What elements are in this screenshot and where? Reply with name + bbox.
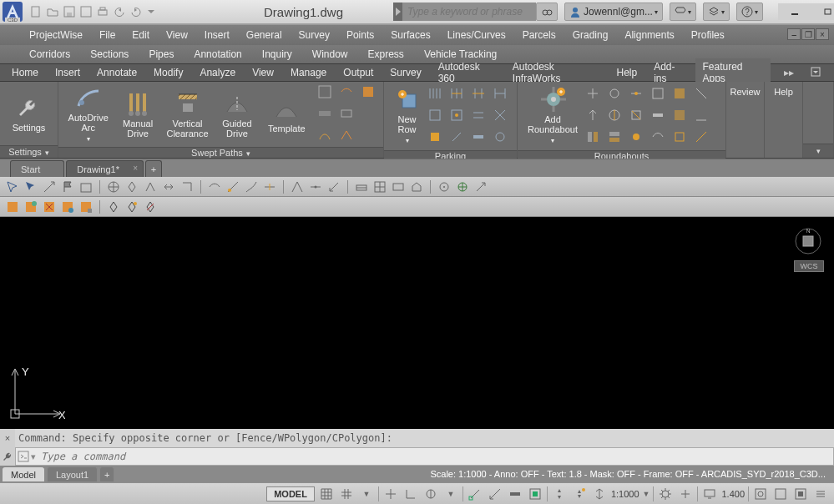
swept-tool-3-icon[interactable] (360, 83, 377, 100)
round-tool-icon[interactable] (584, 129, 601, 145)
print-icon[interactable] (97, 6, 109, 18)
tb1-9-icon[interactable] (161, 179, 176, 194)
menu-parcels[interactable]: Parcels (523, 29, 556, 41)
filetab-new-button[interactable]: + (145, 160, 162, 177)
status-annoauto-icon[interactable] (591, 486, 608, 502)
tb1-15-icon[interactable] (290, 179, 305, 194)
status-lwt-icon[interactable] (507, 486, 523, 502)
parking-tool-12-icon[interactable] (492, 129, 508, 145)
menu-profiles[interactable]: Profiles (691, 29, 725, 41)
wcs-badge[interactable]: WCS (794, 260, 824, 272)
tb1-14-icon[interactable] (262, 179, 277, 194)
menu-window[interactable]: Window (312, 48, 348, 60)
swept-tool-4-icon[interactable] (316, 105, 333, 122)
ribtab-output[interactable]: Output (336, 64, 380, 81)
round-tool-icon[interactable] (671, 107, 688, 123)
tb1-23-icon[interactable] (455, 179, 470, 194)
saveas-icon[interactable] (80, 6, 92, 18)
tb1-19-icon[interactable] (372, 179, 387, 194)
parking-tool-8-icon[interactable] (492, 107, 508, 123)
status-monitor-icon[interactable] (701, 486, 718, 502)
round-tool-icon[interactable] (584, 85, 601, 102)
signin-button[interactable]: Jowennl@gm... ▾ (564, 3, 663, 21)
view-cube[interactable]: N (794, 227, 822, 255)
redo-icon[interactable] (130, 6, 142, 18)
status-f2-icon[interactable] (772, 486, 789, 502)
round-tool-icon[interactable] (650, 107, 666, 123)
parking-tool-6-icon[interactable] (448, 107, 465, 123)
panel-swept-title[interactable]: Swept Paths (191, 148, 250, 158)
mdi-close-button[interactable]: × (816, 28, 829, 40)
round-tool-icon[interactable] (693, 107, 710, 123)
tb1-16-icon[interactable] (308, 179, 323, 194)
ribbon-collapse-icon[interactable] (804, 64, 827, 81)
ribtab-home[interactable]: Home (5, 64, 45, 81)
status-tpy-icon[interactable] (527, 486, 543, 502)
parking-tool-3-icon[interactable] (470, 85, 487, 102)
status-plus-icon[interactable] (677, 486, 694, 502)
round-tool-icon[interactable] (693, 85, 710, 102)
round-tool-icon[interactable] (628, 129, 644, 145)
exchange-button[interactable]: ▾ (670, 3, 696, 21)
tb1-pick-icon[interactable] (23, 179, 38, 194)
tb1-22-icon[interactable] (437, 179, 452, 194)
ribtab-view[interactable]: View (245, 64, 281, 81)
binoculars-button[interactable] (536, 3, 558, 21)
status-osnap-icon[interactable] (467, 486, 483, 502)
menu-surfaces[interactable]: Surfaces (391, 29, 430, 41)
round-tool-icon[interactable] (606, 107, 623, 123)
status-snap-icon[interactable] (338, 486, 355, 502)
status-annoscale-icon[interactable] (551, 486, 568, 502)
round-tool-icon[interactable] (650, 85, 666, 102)
status-model-button[interactable]: MODEL (266, 486, 315, 501)
status-dropdown-icon[interactable]: ▼ (442, 486, 459, 502)
status-gear-icon[interactable] (657, 486, 674, 502)
menu-pipes[interactable]: Pipes (149, 48, 174, 60)
filetab-close-icon[interactable]: × (133, 164, 138, 173)
tb1-20-icon[interactable] (391, 179, 406, 194)
menu-edit[interactable]: Edit (132, 29, 149, 41)
add-roundabout-button[interactable]: Add Roundabout▾ (523, 86, 583, 146)
layouttab-layout1[interactable]: Layout1 (47, 466, 98, 481)
status-otrack-icon[interactable] (487, 486, 503, 502)
ribbon-expand-icon[interactable]: ▸▸ (777, 64, 801, 81)
round-tool-icon[interactable] (584, 107, 601, 123)
tb1-7-icon[interactable] (124, 179, 139, 194)
layouttab-model[interactable]: Model (2, 466, 45, 481)
vertical-clearance-button[interactable]: Vertical Clearance (163, 84, 212, 144)
tb1-17-icon[interactable] (326, 179, 341, 194)
command-input[interactable] (38, 451, 833, 462)
tb2-7-icon[interactable] (124, 199, 139, 214)
status-ortho-icon[interactable] (382, 486, 399, 502)
parking-tool-11-icon[interactable] (470, 129, 487, 145)
ribtab-help[interactable]: Help (609, 64, 644, 81)
swept-tool-7-icon[interactable] (338, 127, 355, 144)
round-tool-icon[interactable] (628, 107, 644, 123)
swept-tool-1-icon[interactable] (316, 83, 333, 100)
search-collapse-icon[interactable] (393, 3, 402, 21)
menu-corridors[interactable]: Corridors (29, 48, 70, 60)
layouttab-add-button[interactable]: + (99, 466, 114, 481)
status-iso-icon[interactable] (422, 486, 439, 502)
parking-tool-5-icon[interactable] (427, 107, 443, 123)
settings-button[interactable]: Settings (5, 83, 53, 144)
guided-drive-button[interactable]: Guided Drive (212, 84, 261, 144)
mdi-minimize-button[interactable]: ‒ (787, 28, 801, 40)
tb1-24-icon[interactable] (473, 179, 488, 194)
status-f1-icon[interactable] (752, 486, 769, 502)
ribtab-analyze[interactable]: Analyze (193, 64, 242, 81)
tb2-5-icon[interactable] (78, 199, 94, 214)
new-icon[interactable] (30, 6, 42, 18)
menu-insert[interactable]: Insert (205, 29, 230, 41)
tb1-13-icon[interactable] (244, 179, 259, 194)
tb1-10-icon[interactable] (179, 179, 195, 194)
swept-tool-2-icon[interactable] (338, 83, 355, 100)
round-tool-icon[interactable] (693, 129, 710, 145)
ribtab-annotate[interactable]: Annotate (90, 64, 144, 81)
ribbon-help-panel[interactable]: Help (765, 82, 803, 158)
status-annovis-icon[interactable] (571, 486, 588, 502)
tb1-18-icon[interactable] (354, 179, 369, 194)
cmd-close-icon[interactable]: × (0, 429, 15, 447)
round-tool-icon[interactable] (606, 129, 623, 145)
status-dropdown-icon[interactable]: ▼ (358, 486, 375, 502)
